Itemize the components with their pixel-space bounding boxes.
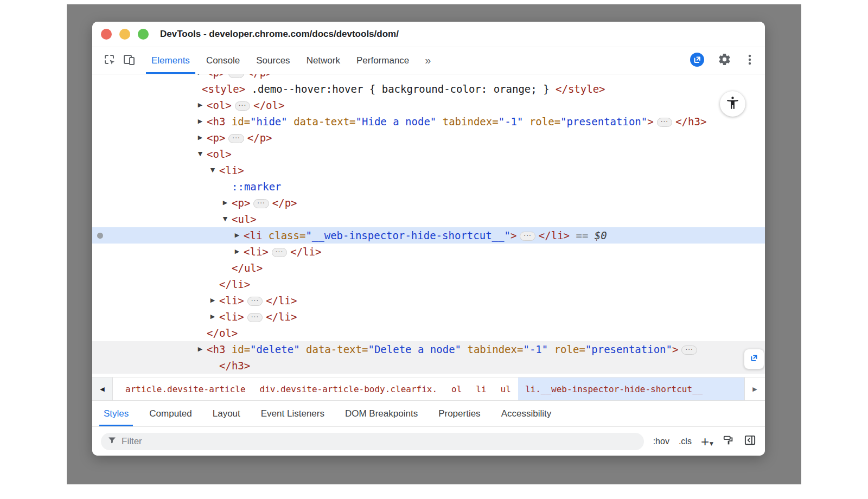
new-style-rule-button[interactable]: + ▼ [701,435,713,448]
code-segment: </ol> [253,99,284,111]
disclosure-collapsed-icon[interactable]: ▶ [196,341,205,357]
dom-tree-row[interactable]: ▶<p>···</p> [92,374,765,377]
code-segment: > [510,229,516,241]
expand-inline-icon[interactable]: ··· [228,134,244,143]
disclosure-expanded-icon[interactable]: ▼ [221,211,229,227]
breadcrumb-item[interactable]: ul [494,378,518,400]
more-menu-button[interactable] [744,53,755,68]
dom-tree-row[interactable]: <style> .demo--hover:hover { background-… [92,81,765,97]
expand-inline-icon[interactable]: ··· [235,101,250,111]
dom-tree-row[interactable]: ::marker [92,178,765,195]
code-segment: <li> [244,246,269,258]
dom-tree-row[interactable]: ▶<p>···</p> [92,130,765,146]
toggle-element-state-button[interactable]: :hov [653,437,669,446]
code-segment: data-text= [288,116,356,127]
styles-toolbar: Filter :hov .cls + ▼ [92,427,765,456]
breadcrumb-item[interactable]: article.devsite-article [118,378,253,400]
dom-tree-row[interactable]: ▶<li>···</li> [92,292,765,309]
dom-tree-row[interactable]: ▶<p>···</p> [92,195,765,211]
code-segment: "hide" [250,116,288,127]
breadcrumb-item[interactable]: ol [444,378,469,400]
dom-tree-row-content: ▶<ol>···</ol> [92,97,765,113]
tab-performance[interactable]: Performance [348,47,417,74]
dom-tree-row[interactable]: ▶<p>···</p> [92,74,765,81]
dom-tree-row[interactable]: ▶<h3 id="delete" data-text="Delete a nod… [92,341,765,357]
panel-tab-layout[interactable]: Layout [202,401,251,426]
breadcrumb-item[interactable]: li.__web-inspector-hide-shortcut__ [518,378,744,400]
dom-tree-row[interactable]: ▼<ul> [92,211,765,227]
disclosure-collapsed-icon[interactable]: ▶ [196,97,205,113]
more-tabs-button[interactable]: » [417,47,438,74]
expand-inline-icon[interactable]: ··· [657,118,672,127]
disclosure-collapsed-icon[interactable]: ▶ [208,309,217,325]
disclosure-collapsed-icon[interactable]: ▶ [196,74,205,81]
breadcrumb-scroll-left-button[interactable]: ◀ [92,378,113,400]
tab-sources[interactable]: Sources [248,47,298,74]
chevron-left-icon: ◀ [100,386,104,393]
expand-inline-icon[interactable]: ··· [247,297,263,306]
dom-tree-row[interactable]: </li> [92,276,765,292]
dom-tree-row[interactable]: </h3> [92,357,765,374]
dom-tree-row[interactable]: </ol> [92,325,765,341]
breadcrumb-item[interactable]: div.devsite-article-body.clearfix. [253,378,445,400]
panel-tab-dom-breakpoints[interactable]: DOM Breakpoints [335,401,428,426]
dom-tree-row-content: ▶<h3 id="delete" data-text="Delete a nod… [92,341,765,357]
panel-tab-styles[interactable]: Styles [93,401,139,426]
expand-inline-icon[interactable]: ··· [520,232,535,241]
expand-inline-icon[interactable]: ··· [247,313,263,322]
dom-tree-row-content: ▶<h3 id="hide" data-text="Hide a node" t… [92,113,765,130]
code-segment: <style> [202,83,245,95]
element-classes-button[interactable]: .cls [679,437,692,446]
breadcrumb-item[interactable]: li [469,378,493,400]
disclosure-collapsed-icon[interactable]: ▶ [233,244,241,260]
toggle-sidebar-button[interactable] [744,434,756,449]
settings-button[interactable] [718,53,731,68]
minimize-button[interactable] [119,29,130,40]
dom-tree-row-content: ▼<ul> [92,211,765,227]
tab-console[interactable]: Console [198,47,248,74]
dom-tree-row-content: ▶<p>···</p> [92,130,765,146]
panel-tab-accessibility[interactable]: Accessibility [491,401,562,426]
dom-tree-row[interactable]: ▶<h3 id="hide" data-text="Hide a node" t… [92,113,765,130]
dom-tree-row[interactable]: ▶<li>···</li> [92,309,765,325]
panel-tab-properties[interactable]: Properties [428,401,490,426]
breadcrumb-scroll-right-button[interactable]: ▶ [744,378,765,400]
dom-tree-row[interactable]: ▼<ol> [92,146,765,162]
disclosure-collapsed-icon[interactable]: ▶ [208,292,217,309]
dom-tree-row[interactable]: ▼<li> [92,162,765,178]
rendering-emulations-button[interactable] [723,434,735,449]
disclosure-expanded-icon[interactable]: ▼ [196,146,205,162]
disclosure-collapsed-icon[interactable]: ▶ [196,374,205,377]
disclosure-collapsed-icon[interactable]: ▶ [196,113,205,130]
code-segment: > [672,343,678,355]
expand-inline-icon[interactable]: ··· [681,346,697,355]
focus-badge-button[interactable] [690,52,705,69]
cls-label: .cls [679,437,692,446]
dom-tree-row[interactable]: </ul> [92,260,765,276]
expand-inline-icon[interactable]: ··· [253,199,269,208]
accessibility-person-icon [725,95,740,112]
disclosure-collapsed-icon[interactable]: ▶ [233,227,241,244]
code-segment: </h3> [675,116,706,127]
dom-tree-row[interactable]: ▶<ol>···</ol> [92,97,765,113]
inspect-element-button[interactable] [100,51,119,71]
device-toolbar-button[interactable] [119,51,139,71]
disclosure-collapsed-icon[interactable]: ▶ [196,130,205,146]
scroll-into-view-float-button[interactable] [744,349,764,369]
zoom-button[interactable] [138,29,149,40]
accessibility-float-button[interactable] [720,91,745,117]
disclosure-collapsed-icon[interactable]: ▶ [221,195,229,211]
tab-network[interactable]: Network [298,47,348,74]
close-button[interactable] [101,29,112,40]
tab-elements[interactable]: Elements [143,47,198,74]
dom-tree-row[interactable]: ▶<li class="__web-inspector-hide-shortcu… [92,227,765,244]
styles-filter-input[interactable]: Filter [101,433,644,450]
dom-tree-row[interactable]: ▶<li>···</li> [92,244,765,260]
code-segment: </h3> [219,360,250,372]
disclosure-expanded-icon[interactable]: ▼ [208,162,217,178]
expand-inline-icon[interactable]: ··· [272,248,287,257]
panel-tab-event-listeners[interactable]: Event Listeners [251,401,335,426]
expand-inline-icon[interactable]: ··· [228,74,244,78]
code-segment: tabindex= [461,343,523,355]
panel-tab-computed[interactable]: Computed [139,401,202,426]
